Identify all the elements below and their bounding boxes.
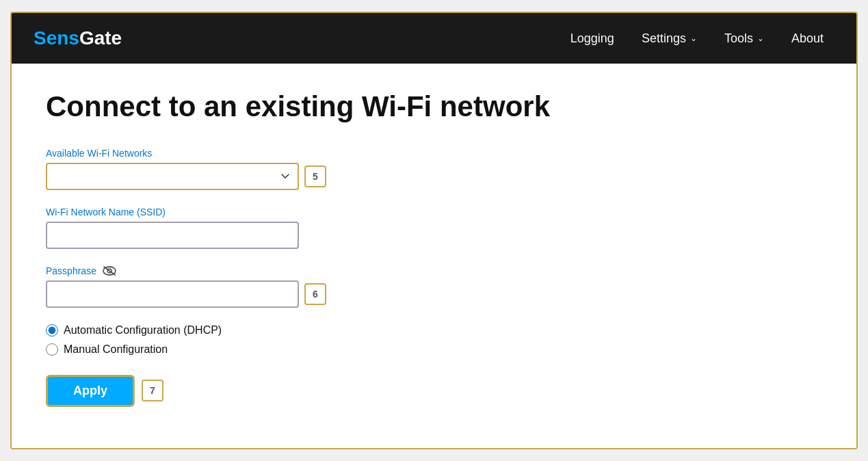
apply-row: Apply 7 xyxy=(46,375,388,407)
ssid-group: Wi-Fi Network Name (SSID) xyxy=(46,207,388,249)
navbar: SensGate Logging Settings ⌄ Tools ⌄ Abou… xyxy=(12,13,856,64)
brand-logo[interactable]: SensGate xyxy=(34,27,122,49)
available-networks-row: 5 xyxy=(46,163,388,190)
eye-slash-icon[interactable] xyxy=(102,265,117,276)
brand-gate: Gate xyxy=(79,27,122,49)
apply-badge: 7 xyxy=(142,380,163,401)
passphrase-input[interactable] xyxy=(46,280,299,308)
radio-manual[interactable] xyxy=(46,343,58,356)
available-networks-badge: 5 xyxy=(304,166,326,187)
ssid-label: Wi-Fi Network Name (SSID) xyxy=(46,207,388,218)
config-radio-group: Automatic Configuration (DHCP) Manual Co… xyxy=(46,324,388,356)
ssid-input[interactable] xyxy=(46,222,299,249)
chevron-down-icon: ⌄ xyxy=(757,34,764,43)
nav-logging[interactable]: Logging xyxy=(560,26,625,51)
available-networks-label: Available Wi-Fi Networks xyxy=(46,148,388,159)
passphrase-label-row: Passphrase xyxy=(46,265,388,276)
radio-dhcp-item[interactable]: Automatic Configuration (DHCP) xyxy=(46,324,388,337)
nav-tools[interactable]: Tools ⌄ xyxy=(713,26,775,51)
passphrase-label: Passphrase xyxy=(46,265,96,276)
passphrase-group: Passphrase 6 xyxy=(46,265,388,308)
apply-button[interactable]: Apply xyxy=(46,375,135,407)
app-frame: SensGate Logging Settings ⌄ Tools ⌄ Abou… xyxy=(10,12,858,449)
passphrase-badge: 6 xyxy=(304,283,326,305)
available-networks-select[interactable] xyxy=(46,163,299,190)
main-content: Connect to an existing Wi-Fi network Ava… xyxy=(12,64,856,447)
nav-settings[interactable]: Settings ⌄ xyxy=(631,26,708,51)
radio-dhcp[interactable] xyxy=(46,324,58,337)
passphrase-row: 6 xyxy=(46,280,388,308)
radio-manual-item[interactable]: Manual Configuration xyxy=(46,343,388,356)
ssid-row xyxy=(46,222,388,249)
radio-dhcp-label: Automatic Configuration (DHCP) xyxy=(64,324,222,337)
brand-sens: Sens xyxy=(34,27,79,49)
radio-manual-label: Manual Configuration xyxy=(64,343,168,356)
nav-about[interactable]: About xyxy=(780,26,834,51)
available-networks-group: Available Wi-Fi Networks 5 xyxy=(46,148,388,190)
page-title: Connect to an existing Wi-Fi network xyxy=(46,91,822,122)
chevron-down-icon: ⌄ xyxy=(690,34,697,43)
navbar-nav: Logging Settings ⌄ Tools ⌄ About xyxy=(560,26,834,51)
wifi-form: Available Wi-Fi Networks 5 Wi-Fi Network… xyxy=(46,148,388,407)
